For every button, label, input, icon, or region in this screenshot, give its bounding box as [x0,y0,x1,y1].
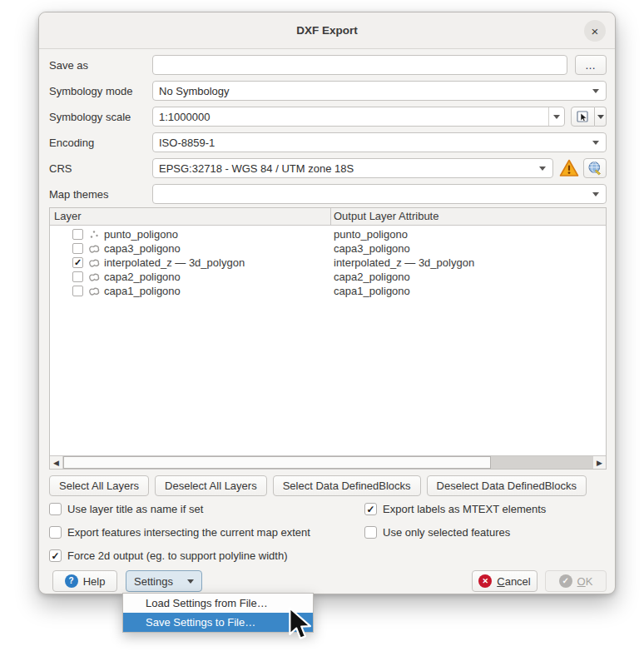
crs-combo[interactable]: EPSG:32718 - WGS 84 / UTM zone 18S [152,158,553,178]
combo-arrow-section[interactable] [548,107,564,126]
force-2d-output-option[interactable]: ✓ Force 2d output (eg. to support polyli… [49,549,607,562]
help-icon: ? [65,574,78,588]
settings-button[interactable]: Settings [126,570,202,592]
set-scale-from-map-button[interactable] [571,107,595,127]
header-output-attribute: Output Layer Attribute [331,208,606,225]
desktop: DXF Export × Save as … Symbology mode No… [0,0,644,666]
output-attribute[interactable]: capa1_poligono [331,285,606,297]
button-label: OK [577,575,593,588]
table-header: Layer Output Layer Attribute [50,208,606,226]
use-only-selected-features-option[interactable]: Use only selected features [364,526,607,539]
option-label: Use only selected features [383,526,510,539]
output-attribute[interactable]: capa3_poligono [331,242,606,255]
map-cursor-icon [576,110,590,124]
layer-name: interpolated_z — 3d_polygon [104,256,245,269]
table-row[interactable]: punto_poligono punto_poligono [50,227,606,241]
select-data-defined-blocks-button[interactable]: Select Data DefinedBlocks [273,475,421,496]
warning-icon [559,159,579,177]
dialog-title: DXF Export [296,24,358,37]
cancel-button[interactable]: ✕ Cancel [472,570,537,592]
dxf-export-dialog: DXF Export × Save as … Symbology mode No… [38,12,616,594]
check-mark: ✓ [51,551,59,561]
scale-from-map-group [571,107,607,127]
chevron-down-icon [592,141,599,145]
table-body: punto_poligono punto_poligono capa3_poli… [50,226,606,455]
encoding-label: Encoding [49,137,152,149]
encoding-row: Encoding ISO-8859-1 [49,132,607,152]
symbology-scale-label: Symbology scale [49,111,152,123]
check-mark: ✓ [74,258,82,267]
deselect-data-defined-blocks-button[interactable]: Deselect Data DefinedBlocks [427,475,587,496]
chevron-down-icon [597,115,604,119]
title-bar[interactable]: DXF Export × [39,12,615,49]
layer-table: Layer Output Layer Attribute punto_polig… [49,207,607,470]
export-options: Use layer title as name if set ✓ Export … [49,503,607,562]
close-icon: × [592,24,599,38]
globe-wrench-icon [587,161,602,176]
mouse-cursor-icon [289,607,314,646]
selection-actions: Select All Layers Deselect All Layers Se… [49,475,607,496]
crs-label: CRS [49,162,152,175]
select-all-layers-button[interactable]: Select All Layers [49,475,149,496]
layer-checkbox[interactable] [72,271,83,282]
scroll-left-icon: ◀ [53,459,59,467]
symbology-mode-combo[interactable]: No Symbology [152,81,607,101]
encoding-combo[interactable]: ISO-8859-1 [152,132,607,152]
layer-checkbox[interactable]: ✓ [72,257,83,268]
chevron-down-icon [187,579,194,584]
scroll-right-arrow[interactable]: ▶ [592,456,606,469]
button-label: Select All Layers [59,480,139,492]
table-row[interactable]: capa1_poligono capa1_poligono [50,284,606,298]
settings-menu: Load Settings from File… Save Settings t… [122,593,314,633]
crs-row: CRS EPSG:32718 - WGS 84 / UTM zone 18S [49,158,607,178]
table-row[interactable]: capa2_poligono capa2_poligono [50,270,606,284]
checkbox[interactable] [49,526,62,539]
export-labels-mtext-option[interactable]: ✓ Export labels as MTEXT elements [364,503,607,515]
scroll-left-arrow[interactable]: ◀ [50,456,63,469]
scrollbar-thumb[interactable] [63,456,491,469]
ok-button-disabled[interactable]: ✓ OK [545,570,607,592]
checkbox[interactable] [49,503,62,515]
map-themes-combo[interactable] [152,184,607,204]
crs-value: EPSG:32718 - WGS 84 / UTM zone 18S [159,162,354,175]
output-attribute[interactable]: punto_poligono [331,228,606,241]
checkbox[interactable]: ✓ [49,549,62,562]
output-attribute[interactable]: interpolated_z — 3d_polygon [331,256,606,269]
deselect-all-layers-button[interactable]: Deselect All Layers [155,475,267,496]
layer-checkbox[interactable] [72,286,83,296]
symbology-scale-value: 1:1000000 [159,111,210,123]
layer-name: capa3_poligono [104,242,181,255]
table-row[interactable]: capa3_poligono capa3_poligono [50,241,606,256]
layer-checkbox[interactable] [72,243,83,254]
encoding-value: ISO-8859-1 [159,137,215,149]
horizontal-scrollbar[interactable]: ◀ ▶ [50,455,606,469]
option-label: Export labels as MTEXT elements [383,503,546,515]
layer-name: punto_poligono [104,228,178,241]
symbology-scale-combo[interactable]: 1:1000000 [152,107,565,127]
table-row[interactable]: ✓ interpolated_z — 3d_polygon interpolat… [50,256,606,270]
scale-options-dropdown[interactable] [595,107,607,127]
dialog-footer: ? Help Settings ✕ Cancel ✓ OK [49,570,607,592]
button-label: Deselect Data DefinedBlocks [437,480,577,492]
layer-checkbox[interactable] [72,229,83,240]
scroll-right-icon: ▶ [597,459,602,467]
option-label: Force 2d output (eg. to support polyline… [67,549,287,562]
symbology-scale-row: Symbology scale 1:1000000 [49,107,607,127]
save-as-row: Save as … [49,55,607,75]
chevron-down-icon [553,115,560,119]
menu-item-save-settings[interactable]: Save Settings to File… [123,613,313,632]
export-features-intersecting-option[interactable]: Export features intersecting the current… [49,526,364,539]
checkbox[interactable]: ✓ [364,503,377,515]
chevron-down-icon [539,166,546,171]
browse-button[interactable]: … [575,55,607,75]
points-icon [87,229,101,241]
map-themes-row: Map themes [49,184,607,204]
checkbox[interactable] [364,526,377,539]
use-layer-title-option[interactable]: Use layer title as name if set [49,503,364,515]
close-button[interactable]: × [584,20,606,42]
help-button[interactable]: ? Help [52,570,117,592]
menu-item-load-settings[interactable]: Load Settings from File… [123,594,313,613]
select-crs-button[interactable] [583,158,607,178]
save-as-input[interactable] [152,55,567,75]
output-attribute[interactable]: capa2_poligono [331,271,606,283]
